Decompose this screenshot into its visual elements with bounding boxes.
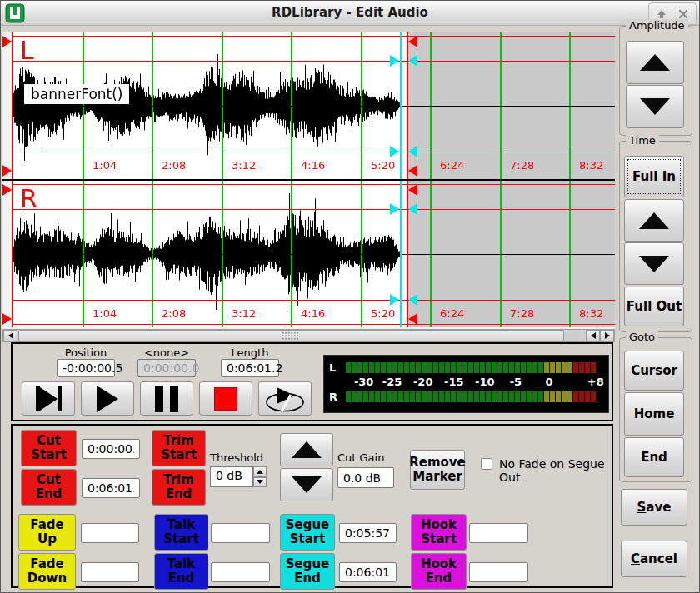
none-field: 0:00:00.0 bbox=[138, 359, 196, 377]
waveform-channel-right: R 1:04 2:08 3:12 4:16 5:20 6:24 7:28 8:3… bbox=[2, 179, 615, 326]
fade-up-button[interactable]: Fade Up bbox=[18, 514, 76, 551]
cut-start-line[interactable] bbox=[12, 32, 13, 179]
fade-down-field[interactable] bbox=[81, 562, 139, 582]
talk-end-button[interactable]: Talk End bbox=[154, 553, 208, 590]
waveform-panel-r[interactable]: R 1:04 2:08 3:12 4:16 5:20 6:24 7:28 8:3… bbox=[12, 181, 615, 327]
amplitude-up-button[interactable] bbox=[626, 41, 684, 84]
cut-start-line[interactable] bbox=[12, 181, 13, 327]
cut-end-button[interactable]: Cut End bbox=[21, 469, 77, 506]
hook-start-button[interactable]: Hook Start bbox=[411, 514, 467, 551]
cut-end-field[interactable] bbox=[82, 478, 140, 498]
segue-end-field[interactable] bbox=[339, 562, 397, 582]
segue-start-marker-icon[interactable] bbox=[390, 146, 399, 157]
hook-end-button[interactable]: Hook End bbox=[411, 553, 467, 590]
fade-down-button[interactable]: Fade Down bbox=[18, 553, 76, 590]
pause-button[interactable] bbox=[140, 381, 193, 416]
save-button[interactable]: Save bbox=[621, 489, 688, 526]
threshold-value[interactable]: 0 dB bbox=[210, 466, 253, 487]
meter-left-label: L bbox=[329, 361, 346, 374]
time-group-title: Time bbox=[626, 134, 659, 147]
fade-up-field[interactable] bbox=[81, 523, 139, 543]
time-tick: 1:04 bbox=[92, 159, 117, 172]
waveform-panel-l[interactable]: L bannerFont() 1:04 2:08 3:12 4:16 5:20 … bbox=[12, 32, 615, 179]
time-zoom-out-button[interactable] bbox=[624, 242, 684, 285]
cut-start-button[interactable]: Cut Start bbox=[21, 430, 77, 466]
segue-start-line[interactable] bbox=[400, 181, 402, 327]
talk-end-field[interactable] bbox=[211, 562, 270, 582]
segue-end-marker-icon[interactable] bbox=[408, 146, 418, 157]
channel-label-l: L bbox=[20, 36, 34, 65]
no-fade-checkbox[interactable] bbox=[481, 458, 492, 470]
cut-gain-field[interactable] bbox=[338, 467, 394, 488]
full-out-button[interactable]: Full Out bbox=[624, 287, 684, 326]
cut-top-line bbox=[12, 36, 615, 37]
segue-end-marker-icon[interactable] bbox=[408, 55, 418, 67]
gain-up-button[interactable] bbox=[280, 433, 333, 466]
trim-end-button[interactable]: Trim End bbox=[152, 469, 206, 506]
cut-start-marker-icon[interactable] bbox=[2, 313, 12, 325]
position-field[interactable]: -0:00:00.5 bbox=[57, 359, 115, 377]
cut-bottom-line bbox=[12, 324, 615, 325]
goto-cursor-button[interactable]: Cursor bbox=[624, 351, 684, 391]
time-tick: 3:12 bbox=[232, 159, 256, 172]
none-label: <none> bbox=[138, 346, 196, 359]
goto-end-button[interactable]: End bbox=[624, 437, 684, 477]
cut-end-marker-icon[interactable] bbox=[408, 165, 418, 177]
gain-down-button[interactable] bbox=[280, 468, 333, 501]
cancel-button[interactable]: Cancel bbox=[621, 541, 688, 577]
cut-end-marker-icon[interactable] bbox=[408, 313, 418, 325]
hook-start-field[interactable] bbox=[469, 523, 528, 543]
amplitude-down-button[interactable] bbox=[626, 85, 684, 128]
meter-segments-l bbox=[346, 362, 596, 373]
scroll-left-button[interactable] bbox=[3, 330, 18, 341]
up-arrow-icon bbox=[257, 470, 263, 474]
segue-start-marker-icon[interactable] bbox=[390, 55, 399, 67]
segue-start-field[interactable] bbox=[339, 523, 397, 543]
time-tick: 7:28 bbox=[510, 159, 534, 172]
time-zoom-in-button[interactable] bbox=[624, 199, 684, 242]
waveform-scrollbar[interactable] bbox=[2, 329, 615, 342]
length-field[interactable]: 0:06:01.2 bbox=[221, 359, 279, 377]
cue-bar-icon bbox=[58, 386, 62, 411]
time-tick: 5:20 bbox=[371, 159, 395, 172]
scroll-right-button[interactable] bbox=[600, 330, 614, 341]
cut-end-marker-icon[interactable] bbox=[408, 36, 418, 47]
right-arrow-icon bbox=[605, 332, 610, 339]
stop-button[interactable] bbox=[199, 381, 252, 416]
down-arrow-icon bbox=[640, 98, 670, 115]
cut-start-marker-icon[interactable] bbox=[2, 165, 12, 177]
cut-start-marker-icon[interactable] bbox=[2, 184, 12, 196]
talk-start-field[interactable] bbox=[211, 523, 270, 543]
scroll-left-button-end[interactable] bbox=[586, 330, 600, 341]
remove-marker-button[interactable]: Remove Marker bbox=[410, 450, 465, 490]
segue-end-marker-icon[interactable] bbox=[408, 294, 418, 306]
talk-start-button[interactable]: Talk Start bbox=[154, 514, 208, 551]
play-button[interactable] bbox=[81, 381, 134, 416]
cut-end-marker-icon[interactable] bbox=[408, 184, 418, 196]
goto-home-button[interactable]: Home bbox=[624, 392, 684, 436]
segue-start-marker-icon[interactable] bbox=[390, 294, 399, 306]
cut-start-marker-icon[interactable] bbox=[2, 36, 12, 47]
threshold-down-button[interactable] bbox=[253, 477, 267, 488]
audio-meter: L -30-25-20-15-10-50+8 R bbox=[323, 355, 609, 413]
segue-end-marker-icon[interactable] bbox=[408, 203, 418, 215]
left-margin-r bbox=[2, 181, 12, 327]
full-in-button[interactable]: Full In bbox=[624, 156, 684, 197]
scrollbar-thumb[interactable] bbox=[18, 330, 564, 341]
cue-button[interactable] bbox=[22, 381, 75, 416]
titlebar[interactable]: RDLibrary - Edit Audio bbox=[1, 1, 699, 26]
cut-start-field[interactable] bbox=[82, 439, 140, 459]
segue-start-button[interactable]: Segue Start bbox=[280, 514, 335, 551]
scrollbar-track[interactable] bbox=[18, 330, 586, 341]
loop-button[interactable] bbox=[258, 381, 312, 416]
segue-start-marker-icon[interactable] bbox=[390, 203, 399, 215]
threshold-spinbox[interactable]: 0 dB bbox=[210, 466, 267, 487]
threshold-up-button[interactable] bbox=[253, 466, 267, 477]
time-tick: 6:24 bbox=[440, 307, 464, 320]
time-tick: 7:28 bbox=[510, 307, 534, 320]
segue-end-button[interactable]: Segue End bbox=[280, 553, 335, 590]
position-label: Position bbox=[57, 346, 115, 359]
hook-end-field[interactable] bbox=[469, 562, 528, 582]
segue-start-line[interactable] bbox=[400, 32, 402, 179]
trim-start-button[interactable]: Trim Start bbox=[152, 430, 206, 466]
